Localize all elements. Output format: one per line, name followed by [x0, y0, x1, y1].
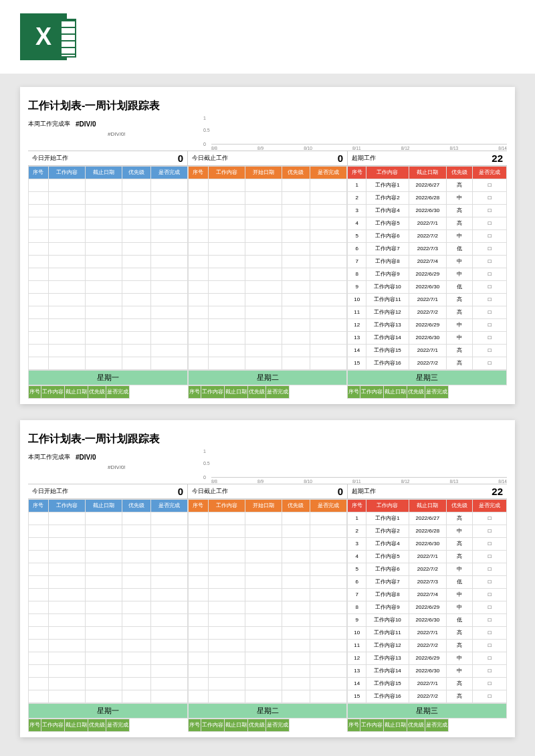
rate-error-small: #DIV/0! — [28, 464, 205, 470]
summary-value: 0 — [178, 153, 183, 164]
table-row — [188, 179, 347, 192]
table-overdue: 序号工作内容截止日期优先级是否完成 1工作内容12022/6/27高□2工作内容… — [347, 166, 507, 370]
table-row — [188, 192, 347, 205]
table-row — [188, 230, 347, 243]
table-row: 8工作内容92022/6/29中□ — [348, 601, 507, 614]
table-row — [29, 614, 188, 627]
table-row — [188, 690, 347, 703]
table-row: 9工作内容102022/6/30低□ — [348, 614, 507, 627]
table-row: 1工作内容12022/6/27高□ — [348, 512, 507, 525]
summary-label: 今日截止工作 — [192, 154, 228, 163]
table-row — [29, 357, 188, 370]
day-label: 星期一 — [28, 370, 188, 385]
table-row — [29, 538, 188, 551]
y-tick: 0.5 — [203, 461, 210, 466]
table-row: 12工作内容132022/6/29中□ — [348, 319, 507, 332]
rate-label: 本周工作完成率 — [28, 120, 70, 128]
table-row — [29, 690, 188, 703]
table-row — [188, 627, 347, 640]
banner — [0, 0, 535, 74]
table-row: 15工作内容162022/7/2高□ — [348, 357, 507, 370]
table-row: 13工作内容142022/6/30中□ — [348, 665, 507, 678]
day-label: 星期一 — [28, 703, 188, 719]
table-row: 12工作内容132022/6/29中□ — [348, 652, 507, 665]
table-row — [29, 345, 188, 357]
table-row — [29, 512, 188, 525]
banner-text — [80, 35, 515, 39]
day-label: 星期二 — [188, 703, 348, 719]
weekday-tables: 星期一 序号工作内容截止日期优先级是否完成 星期二 序号工作内容截止日期优先级是… — [28, 703, 507, 732]
table-row — [188, 665, 347, 678]
table-row — [29, 230, 188, 243]
top-tables: 序号工作内容截止日期优先级是否完成 序号工作内容开始日期优先级是否完成 序号工作… — [28, 499, 507, 703]
table-row — [29, 627, 188, 640]
sheet-title: 工作计划表-一周计划跟踪表 — [28, 432, 507, 446]
table-row — [29, 678, 188, 690]
summary-label: 超期工作 — [352, 487, 376, 496]
day-label: 星期二 — [188, 370, 348, 385]
table-row: 1工作内容12022/6/27高□ — [348, 179, 507, 192]
table-row — [29, 551, 188, 563]
spreadsheet-preview: 工作计划表-一周计划跟踪表 本周工作完成率 #DIV/0 #DIV/0! 1 0… — [20, 87, 515, 404]
table-row — [29, 563, 188, 576]
rate-error: #DIV/0 — [76, 120, 96, 128]
sheet-title: 工作计划表-一周计划跟踪表 — [28, 99, 507, 113]
summary-row: 今日开始工作0 今日截止工作0 超期工作22 — [28, 151, 507, 166]
summary-value: 0 — [178, 486, 183, 497]
table-row: 11工作内容122022/7/2高□ — [348, 306, 507, 319]
y-tick: 1 — [203, 116, 206, 120]
top-tables: 序号工作内容截止日期优先级是否完成 序号工作内容开始日期优先级是否完成 序号工作… — [28, 166, 507, 370]
table-row: 3工作内容42022/6/30高□ — [348, 538, 507, 551]
table-row — [29, 319, 188, 332]
table-row — [188, 538, 347, 551]
table-row: 7工作内容82022/7/4中□ — [348, 589, 507, 601]
y-tick: 0.5 — [203, 128, 210, 132]
table-row — [188, 268, 347, 281]
summary-label: 今日开始工作 — [32, 154, 68, 163]
weekday-tables: 星期一 序号工作内容截止日期优先级是否完成 星期二 序号工作内容截止日期优先级是… — [28, 370, 507, 399]
table-row: 4工作内容52022/7/1高□ — [348, 551, 507, 563]
table-row: 2工作内容22022/6/28中□ — [348, 192, 507, 205]
table-row: 13工作内容142022/6/30中□ — [348, 332, 507, 345]
table-row — [29, 192, 188, 205]
day-label: 星期三 — [347, 370, 507, 385]
table-row: 2工作内容22022/6/28中□ — [348, 525, 507, 538]
table-row — [188, 332, 347, 345]
table-row: 9工作内容102022/6/30低□ — [348, 281, 507, 294]
table-row: 5工作内容62022/7/2中□ — [348, 563, 507, 576]
table-row — [188, 306, 347, 319]
table-row — [188, 678, 347, 690]
table-row — [188, 243, 347, 256]
rate-label: 本周工作完成率 — [28, 453, 70, 462]
summary-value: 0 — [338, 153, 343, 164]
table-row — [188, 256, 347, 268]
table-row — [188, 217, 347, 230]
excel-icon — [20, 13, 67, 60]
table-row — [29, 589, 188, 601]
mini-chart: 1 0.5 0 8/88/98/108/118/128/138/14 — [211, 450, 507, 482]
table-row — [188, 551, 347, 563]
table-row — [188, 294, 347, 306]
table-row: 8工作内容92022/6/29中□ — [348, 268, 507, 281]
table-today-start: 序号工作内容截止日期优先级是否完成 — [28, 499, 188, 703]
table-row — [188, 357, 347, 370]
table-row — [29, 640, 188, 652]
table-row — [29, 294, 188, 306]
table-row: 14工作内容152022/7/1高□ — [348, 345, 507, 357]
rate-error: #DIV/0 — [76, 454, 96, 461]
table-row — [29, 332, 188, 345]
day-label: 星期三 — [347, 703, 507, 719]
table-row — [29, 601, 188, 614]
table-today-end: 序号工作内容开始日期优先级是否完成 — [188, 499, 348, 703]
summary-value: 22 — [492, 153, 503, 164]
table-row — [29, 665, 188, 678]
x-axis: 8/88/98/108/118/128/138/14 — [211, 479, 507, 484]
y-tick: 1 — [203, 449, 206, 454]
x-axis: 8/88/98/108/118/128/138/14 — [211, 146, 507, 151]
table-row — [188, 640, 347, 652]
table-row: 5工作内容62022/7/2中□ — [348, 230, 507, 243]
table-row — [188, 512, 347, 525]
table-row: 10工作内容112022/7/1高□ — [348, 627, 507, 640]
table-row: 14工作内容152022/7/1高□ — [348, 678, 507, 690]
table-row — [29, 306, 188, 319]
